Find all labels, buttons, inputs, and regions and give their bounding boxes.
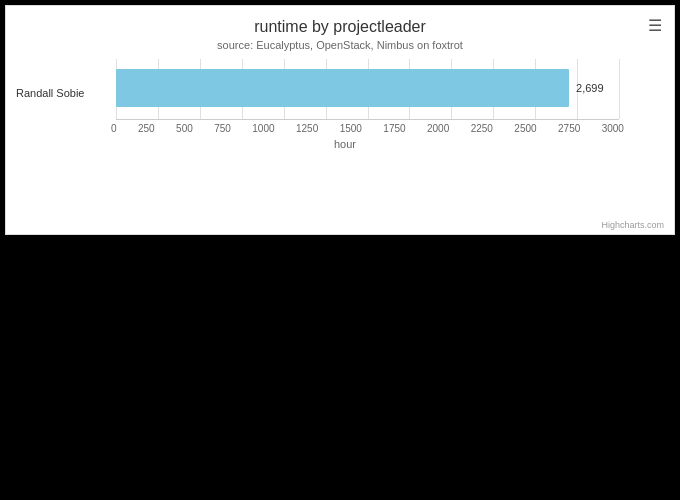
data-bar: 2,699 bbox=[116, 69, 569, 107]
x-axis-line bbox=[116, 119, 619, 120]
y-axis-label: Randall Sobie bbox=[16, 87, 85, 99]
chart-header: runtime by projectleader source: Eucalyp… bbox=[6, 6, 674, 51]
x-tick-500: 500 bbox=[176, 123, 193, 134]
x-tick-1000: 1000 bbox=[252, 123, 274, 134]
x-tick-2000: 2000 bbox=[427, 123, 449, 134]
menu-icon[interactable]: ☰ bbox=[648, 16, 662, 35]
highcharts-credit: Highcharts.com bbox=[601, 220, 664, 230]
x-tick-1750: 1750 bbox=[383, 123, 405, 134]
chart-container: runtime by projectleader source: Eucalyp… bbox=[5, 5, 675, 235]
bar-value: 2,699 bbox=[576, 82, 604, 94]
x-axis-title: hour bbox=[66, 138, 624, 150]
x-tick-labels: 0 250 500 750 1000 1250 1500 1750 2000 2… bbox=[111, 123, 624, 134]
bar-chart-area: 2,699 bbox=[116, 59, 619, 119]
x-tick-1250: 1250 bbox=[296, 123, 318, 134]
x-tick-0: 0 bbox=[111, 123, 117, 134]
x-tick-250: 250 bbox=[138, 123, 155, 134]
x-tick-1500: 1500 bbox=[340, 123, 362, 134]
x-tick-750: 750 bbox=[214, 123, 231, 134]
x-tick-2750: 2750 bbox=[558, 123, 580, 134]
chart-subtitle: source: Eucalyptus, OpenStack, Nimbus on… bbox=[6, 39, 674, 51]
x-tick-2500: 2500 bbox=[514, 123, 536, 134]
chart-title: runtime by projectleader bbox=[6, 18, 674, 36]
x-tick-2250: 2250 bbox=[471, 123, 493, 134]
x-tick-3000: 3000 bbox=[602, 123, 624, 134]
